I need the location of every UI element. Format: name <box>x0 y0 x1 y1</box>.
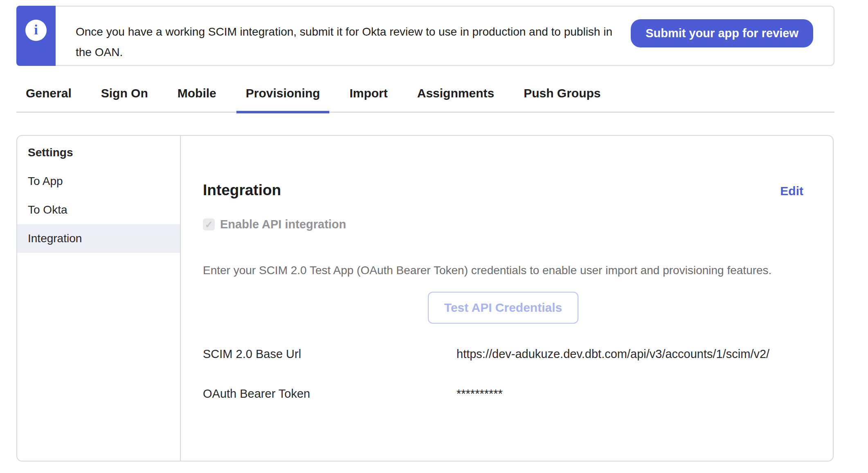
info-banner: i Once you have a working SCIM integrati… <box>16 6 834 66</box>
submit-app-review-button[interactable]: Submit your app for review <box>631 19 813 47</box>
checkmark-icon: ✓ <box>205 220 213 230</box>
tab-assignments[interactable]: Assignments <box>408 84 504 113</box>
enable-api-integration-row: ✓ Enable API integration <box>203 218 803 231</box>
banner-message: Once you have a working SCIM integration… <box>76 22 631 65</box>
tab-general[interactable]: General <box>16 84 81 113</box>
scim-base-url-label: SCIM 2.0 Base Url <box>203 347 456 361</box>
tab-provisioning[interactable]: Provisioning <box>236 84 330 113</box>
tab-sign-on[interactable]: Sign On <box>92 84 157 113</box>
tab-import[interactable]: Import <box>340 84 397 113</box>
oauth-bearer-token-label: OAuth Bearer Token <box>203 387 456 401</box>
enable-api-checkbox[interactable]: ✓ <box>203 218 215 230</box>
oauth-bearer-token-row: OAuth Bearer Token ********** <box>203 387 803 401</box>
tab-bar: General Sign On Mobile Provisioning Impo… <box>16 84 834 113</box>
oauth-bearer-token-value: ********** <box>456 387 503 401</box>
section-title: Integration <box>203 182 281 199</box>
credentials-description: Enter your SCIM 2.0 Test App (OAuth Bear… <box>203 264 803 277</box>
scim-base-url-value: https://dev-adukuze.dev.dbt.com/api/v3/a… <box>456 347 769 361</box>
banner-button-container: Submit your app for review <box>631 7 813 65</box>
info-icon: i <box>25 20 47 41</box>
provisioning-panel: Settings To App To Okta Integration Inte… <box>16 135 834 462</box>
credential-fields: SCIM 2.0 Base Url https://dev-adukuze.de… <box>203 347 803 401</box>
tab-push-groups[interactable]: Push Groups <box>514 84 610 113</box>
sidebar-heading-settings: Settings <box>17 138 180 167</box>
sidebar-item-to-okta[interactable]: To Okta <box>17 196 180 224</box>
scim-base-url-row: SCIM 2.0 Base Url https://dev-adukuze.de… <box>203 347 803 361</box>
sidebar-item-integration[interactable]: Integration <box>17 224 180 253</box>
info-icon-glyph: i <box>34 23 38 37</box>
integration-content: Integration Edit ✓ Enable API integratio… <box>181 136 833 461</box>
settings-sidebar: Settings To App To Okta Integration <box>17 136 181 461</box>
test-button-row: Test API Credentials <box>203 292 803 324</box>
tab-mobile[interactable]: Mobile <box>168 84 226 113</box>
test-api-credentials-button[interactable]: Test API Credentials <box>428 292 578 324</box>
enable-api-checkbox-label: Enable API integration <box>220 218 346 231</box>
info-banner-accent: i <box>16 6 56 66</box>
sidebar-item-to-app[interactable]: To App <box>17 167 180 196</box>
edit-link[interactable]: Edit <box>780 184 803 198</box>
content-header: Integration Edit <box>203 182 803 199</box>
